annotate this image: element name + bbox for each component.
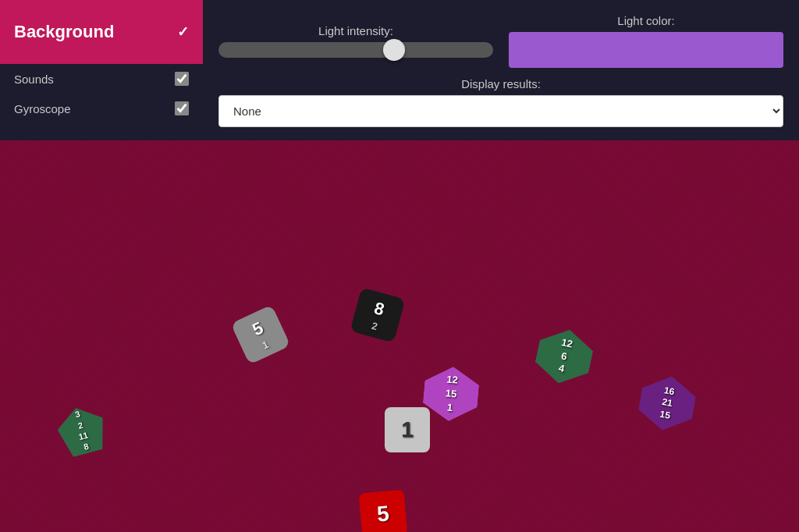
die-5[interactable]: 12151 bbox=[421, 364, 481, 424]
die-5-label: 12151 bbox=[443, 372, 458, 416]
dice-area[interactable]: 5 1 8 2 1264 32118 12151 1 162115 5 58 6… bbox=[0, 140, 799, 532]
control-bar: Background ✓ Sounds Gyroscope Light inte… bbox=[0, 0, 799, 140]
right-panel: Light intensity: Light color: Display re… bbox=[203, 0, 799, 135]
die-7[interactable]: 162115 bbox=[635, 371, 698, 434]
gyroscope-checkbox[interactable] bbox=[175, 101, 189, 115]
background-label: Background bbox=[14, 22, 114, 42]
die-6-label: 1 bbox=[401, 417, 414, 442]
die-7-label: 162115 bbox=[659, 385, 675, 422]
die-1-label: 5 bbox=[249, 317, 266, 340]
die-6[interactable]: 1 bbox=[385, 407, 430, 452]
gyroscope-label: Gyroscope bbox=[14, 102, 71, 115]
light-color-display[interactable] bbox=[509, 32, 783, 68]
light-color-label: Light color: bbox=[617, 14, 674, 27]
chevron-down-icon: ✓ bbox=[177, 23, 189, 41]
gyroscope-row: Gyroscope bbox=[0, 94, 203, 123]
die-1-sub: 1 bbox=[260, 338, 270, 351]
die-8-label: 5 bbox=[376, 501, 390, 527]
left-panel: Background ✓ Sounds Gyroscope bbox=[0, 0, 203, 140]
die-1[interactable]: 5 1 bbox=[230, 304, 290, 364]
sounds-checkbox[interactable] bbox=[175, 72, 189, 86]
background-button[interactable]: Background ✓ bbox=[0, 0, 203, 64]
light-intensity-section: Light intensity: bbox=[218, 24, 509, 58]
controls-top: Light intensity: Light color: bbox=[218, 14, 783, 68]
light-color-section: Light color: bbox=[509, 14, 783, 68]
die-2[interactable]: 8 2 bbox=[350, 287, 405, 342]
light-intensity-label: Light intensity: bbox=[318, 24, 393, 37]
die-3-label: 1264 bbox=[555, 336, 574, 378]
die-4[interactable]: 32118 bbox=[53, 402, 110, 459]
die-4-label: 32118 bbox=[72, 408, 93, 453]
sounds-label: Sounds bbox=[14, 73, 54, 86]
display-results-select[interactable]: None Sum Individual All bbox=[218, 95, 783, 127]
die-8[interactable]: 5 bbox=[359, 490, 408, 532]
die-2-label: 8 bbox=[372, 298, 387, 320]
display-results-label: Display results: bbox=[461, 77, 541, 90]
die-2-sub: 2 bbox=[371, 319, 379, 332]
die-3[interactable]: 1264 bbox=[531, 324, 596, 388]
display-results-section: Display results: None Sum Individual All bbox=[218, 77, 783, 127]
sounds-row: Sounds bbox=[0, 64, 203, 94]
light-intensity-slider[interactable] bbox=[218, 42, 493, 58]
